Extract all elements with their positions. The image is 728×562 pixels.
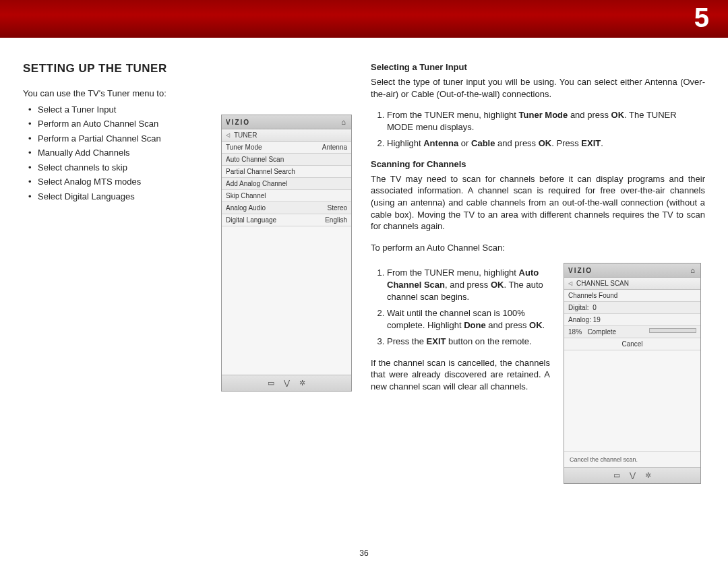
osd-row-label: Add Analog Channel [226, 180, 287, 187]
scanning-steps: From the TUNER menu, highlight Auto Chan… [371, 267, 550, 348]
found-label: Channels Found [568, 292, 617, 299]
osd-row-label: Skip Channel [226, 192, 266, 199]
osd-row-label: Tuner Mode [226, 144, 262, 151]
bullet-item: Select a Tuner Input [38, 104, 352, 116]
right-column: Selecting a Tuner Input Select the type … [371, 62, 705, 484]
footer-gear-icon: ✲ [299, 379, 305, 387]
osd-row-label: Partial Channel Search [226, 168, 295, 175]
osd-row-label: Digital Language [226, 216, 276, 224]
osd-row-label: Analog Audio [226, 204, 266, 212]
subheading-selecting: Selecting a Tuner Input [371, 62, 705, 72]
osd-tuner-menu: VIZIO ⌂ ◁ TUNER Tuner ModeAntennaAuto Ch… [221, 115, 352, 392]
osd-hint: Cancel the channel scan. [564, 451, 700, 467]
osd-brand: VIZIO [568, 267, 593, 274]
osd-row[interactable]: Digital LanguageEnglish [222, 214, 351, 226]
osd-brand: VIZIO [226, 119, 250, 126]
cancel-button[interactable]: Cancel [621, 340, 642, 348]
intro-text: You can use the TV's Tuner menu to: [23, 88, 352, 100]
step: From the TUNER menu, highlight Tuner Mod… [387, 109, 705, 133]
back-icon: ◁ [226, 132, 230, 138]
osd-row-value: Stereo [328, 204, 347, 212]
analog-label: Analog: [568, 316, 591, 323]
osd-crumb: CHANNEL SCAN [576, 280, 629, 287]
home-icon: ⌂ [341, 118, 347, 126]
osd-row[interactable]: Skip Channel [222, 190, 351, 202]
scanning-lead: To perform an Auto Channel Scan: [371, 242, 705, 254]
scan-percent: 18% [568, 328, 582, 336]
digital-value: 0 [593, 304, 597, 311]
analog-value: 19 [593, 316, 601, 323]
chapter-number: 5 [694, 3, 709, 33]
step: From the TUNER menu, highlight Auto Chan… [387, 267, 550, 303]
footer-cc-icon: ▭ [268, 379, 274, 387]
step: Wait until the channel scan is 100% comp… [387, 307, 550, 332]
osd-row[interactable]: Auto Channel Scan [222, 154, 351, 166]
selecting-text: Select the type of tuner input you will … [371, 76, 705, 100]
digital-label: Digital: [568, 304, 589, 311]
footer-v-icon: ⋁ [630, 471, 636, 480]
chapter-banner: 5 [0, 0, 728, 38]
footer-v-icon: ⋁ [284, 379, 290, 387]
osd-row[interactable]: Analog AudioStereo [222, 202, 351, 214]
selecting-steps: From the TUNER menu, highlight Tuner Mod… [371, 109, 705, 150]
osd-row[interactable]: Add Analog Channel [222, 178, 351, 190]
page-number: 36 [359, 549, 368, 558]
step: Highlight Antenna or Cable and press OK.… [387, 137, 705, 150]
osd-row-value: English [325, 216, 347, 224]
page-body: SETTING UP THE TUNER You can use the TV'… [0, 38, 728, 562]
progress-bar [649, 328, 696, 333]
osd-crumb: TUNER [234, 131, 257, 139]
scanning-tail: If the channel scan is cancelled, the ch… [371, 357, 550, 393]
footer-cc-icon: ▭ [613, 471, 620, 480]
scanning-text: The TV may need to scan for channels bef… [371, 173, 705, 232]
subheading-scanning: Scanning for Channels [371, 159, 705, 169]
osd-row-value: Antenna [322, 144, 347, 151]
step: Press the EXIT button on the remote. [387, 336, 550, 348]
footer-gear-icon: ✲ [645, 471, 651, 480]
section-heading: SETTING UP THE TUNER [23, 62, 352, 75]
osd-row-label: Auto Channel Scan [226, 156, 284, 163]
complete-label: Complete [587, 328, 616, 336]
left-column: SETTING UP THE TUNER You can use the TV'… [23, 62, 352, 484]
osd-row[interactable]: Tuner ModeAntenna [222, 142, 351, 154]
home-icon: ⌂ [690, 266, 696, 274]
osd-row[interactable]: Partial Channel Search [222, 166, 351, 178]
back-icon: ◁ [568, 280, 572, 286]
osd-channel-scan: VIZIO ⌂ ◁ CHANNEL SCAN Channels Found Di… [564, 263, 701, 484]
